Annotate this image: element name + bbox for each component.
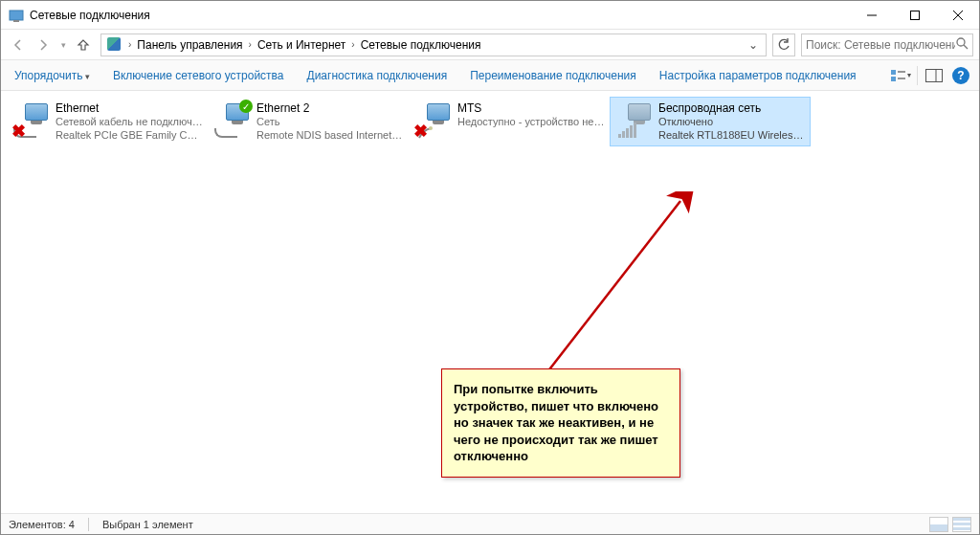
navigation-bar: ▾ › Панель управления › Сеть и Интернет … xyxy=(1,30,979,60)
breadcrumb-seg-0[interactable]: Панель управления xyxy=(133,38,246,52)
breadcrumb-seg-2[interactable]: Сетевые подключения xyxy=(357,38,485,52)
chevron-right-icon[interactable]: › xyxy=(247,39,254,50)
refresh-button[interactable] xyxy=(772,33,795,56)
chevron-right-icon[interactable]: › xyxy=(126,39,133,50)
connection-item-ethernet2[interactable]: ✓ Ethernet 2 Сеть Remote NDIS based Inte… xyxy=(208,97,409,146)
breadcrumb-seg-1[interactable]: Сеть и Интернет xyxy=(254,38,349,52)
connection-device: Realtek PCIe GBE Family Controller xyxy=(56,128,203,142)
forward-button[interactable] xyxy=(32,33,55,56)
maximize-button[interactable] xyxy=(893,1,936,29)
enable-device-button[interactable]: Включение сетевого устройства xyxy=(107,65,290,86)
recent-dropdown[interactable]: ▾ xyxy=(56,33,70,56)
svg-line-7 xyxy=(964,45,968,49)
svg-point-14 xyxy=(429,126,433,130)
search-input[interactable] xyxy=(806,38,955,52)
window-icon xyxy=(9,8,24,23)
window-controls xyxy=(850,1,979,29)
ethernet-disabled-icon: ✖ xyxy=(11,101,50,140)
annotation-arrow xyxy=(508,191,700,378)
location-icon xyxy=(107,37,122,53)
modem-unavailable-icon: ✖ xyxy=(413,101,452,140)
connection-device: Remote NDIS based Internet Shari... xyxy=(256,128,404,142)
search-box[interactable] xyxy=(801,33,973,56)
preview-pane-button[interactable] xyxy=(924,65,945,86)
svg-rect-9 xyxy=(891,77,896,81)
connection-status: Недоступно - устройство не най... xyxy=(457,115,605,128)
selection-count: Выбран 1 элемент xyxy=(102,519,193,530)
connection-status: Отключено xyxy=(658,115,806,128)
help-button[interactable]: ? xyxy=(950,65,971,86)
connection-item-wireless[interactable]: Беспроводная сеть Отключено Realtek RTL8… xyxy=(610,97,811,146)
view-options-button[interactable]: ▾ xyxy=(890,65,911,86)
svg-rect-8 xyxy=(891,70,896,75)
svg-rect-1 xyxy=(13,20,19,22)
minimize-button[interactable] xyxy=(850,1,893,29)
settings-button[interactable]: Настройка параметров подключения xyxy=(654,65,862,86)
connection-device: Realtek RTL8188EU Wireless LAN ... xyxy=(658,128,806,142)
search-icon[interactable] xyxy=(955,36,969,53)
close-button[interactable] xyxy=(936,1,979,29)
item-count: Элементов: 4 xyxy=(9,519,75,530)
diagnose-button[interactable]: Диагностика подключения xyxy=(301,65,454,86)
large-icons-view-button[interactable] xyxy=(952,517,971,532)
status-bar: Элементов: 4 Выбран 1 элемент xyxy=(1,513,979,534)
connection-status: Сеть xyxy=(256,115,404,128)
svg-rect-3 xyxy=(910,11,919,19)
connection-status: Сетевой кабель не подключен xyxy=(56,115,203,128)
details-view-button[interactable] xyxy=(929,517,948,532)
ethernet-connected-icon: ✓ xyxy=(212,101,251,140)
wifi-disabled-icon xyxy=(614,101,653,140)
window-title: Сетевые подключения xyxy=(30,9,850,22)
back-button[interactable] xyxy=(7,33,30,56)
status-separator xyxy=(88,518,89,531)
command-toolbar: Упорядочить Включение сетевого устройств… xyxy=(1,60,979,91)
address-bar[interactable]: › Панель управления › Сеть и Интернет › … xyxy=(100,33,767,56)
svg-line-15 xyxy=(546,201,680,373)
connection-name: Беспроводная сеть xyxy=(658,101,806,115)
connections-list: ✖ Ethernet Сетевой кабель не подключен R… xyxy=(7,97,973,146)
svg-rect-12 xyxy=(926,69,943,81)
connection-name: Ethernet 2 xyxy=(256,101,404,115)
organize-menu[interactable]: Упорядочить xyxy=(9,65,96,86)
rename-button[interactable]: Переименование подключения xyxy=(464,65,642,86)
toolbar-separator xyxy=(917,66,918,85)
connection-name: Ethernet xyxy=(56,101,203,115)
connection-item-mts[interactable]: ✖ MTS Недоступно - устройство не най... xyxy=(409,97,610,146)
title-bar: Сетевые подключения xyxy=(1,1,979,30)
connection-name: MTS xyxy=(457,101,605,115)
svg-rect-0 xyxy=(10,11,23,20)
up-button[interactable] xyxy=(72,33,95,56)
annotation-callout: При попытке включить устройство, пишет ч… xyxy=(441,368,680,478)
connection-item-ethernet[interactable]: ✖ Ethernet Сетевой кабель не подключен R… xyxy=(7,97,208,146)
chevron-right-icon[interactable]: › xyxy=(349,39,356,50)
svg-point-6 xyxy=(957,38,965,46)
content-area: ✖ Ethernet Сетевой кабель не подключен R… xyxy=(1,91,979,513)
address-dropdown[interactable]: ⌄ xyxy=(743,38,764,52)
annotation-text: При попытке включить устройство, пишет ч… xyxy=(454,382,658,463)
